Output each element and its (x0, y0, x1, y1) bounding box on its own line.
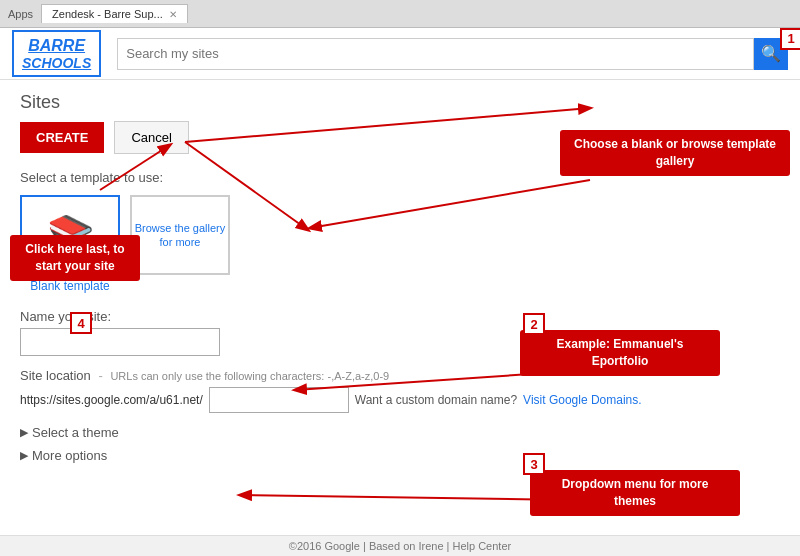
logo-line2: SCHOOLS (22, 55, 91, 72)
more-options-arrow-icon: ▶ (20, 449, 28, 462)
callout-1-box: Choose a blank or browse template galler… (560, 130, 790, 176)
callout-2-box: Example: Emmanuel's Eportfolio (520, 330, 720, 376)
browse-template-text: Browse the gallery for more (132, 221, 228, 250)
location-row: https://sites.google.com/a/u61.net/ Want… (20, 387, 780, 413)
theme-section: ▶ Select a theme (20, 425, 780, 440)
site-name-input[interactable] (20, 328, 220, 356)
tab-close-icon[interactable]: ✕ (169, 9, 177, 20)
badge-2: 2 (523, 313, 545, 335)
theme-arrow-icon: ▶ (20, 426, 28, 439)
tab-label: Zendesk - Barre Sup... (52, 8, 163, 20)
theme-label: Select a theme (32, 425, 119, 440)
browser-bar: Apps Zendesk - Barre Sup... ✕ (0, 0, 800, 28)
page-title: Sites (20, 92, 780, 113)
callout-4-text: Click here last, to start your site (25, 242, 124, 273)
callout-4-box: Click here last, to start your site (10, 235, 140, 281)
custom-domain-link[interactable]: Visit Google Domains. (523, 393, 642, 407)
callout-3-box: Dropdown menu for more themes (530, 470, 740, 516)
browse-template-card[interactable]: Browse the gallery for more (130, 195, 230, 275)
apps-label: Apps (8, 8, 33, 20)
logo-line1: BARRE (22, 36, 91, 55)
main-content: Sites CREATE Cancel Select a template to… (0, 80, 800, 540)
badge-3: 3 (523, 453, 545, 475)
blank-template-label[interactable]: Blank template (30, 279, 109, 293)
header: BARRE SCHOOLS 🔍 1 (0, 28, 800, 80)
location-input[interactable] (209, 387, 349, 413)
search-input[interactable] (117, 38, 754, 70)
more-options-row[interactable]: ▶ More options (20, 448, 780, 463)
location-hint: URLs can only use the following characte… (110, 370, 389, 382)
badge-4: 4 (70, 312, 92, 334)
logo[interactable]: BARRE SCHOOLS (12, 30, 101, 78)
more-options-label: More options (32, 448, 107, 463)
create-button[interactable]: CREATE (20, 122, 104, 153)
location-title: Site location (20, 368, 91, 383)
search-bar: 🔍 1 (117, 38, 788, 70)
name-field-label: Name your site: (20, 309, 780, 324)
cancel-button[interactable]: Cancel (114, 121, 188, 154)
badge-1: 1 (780, 28, 800, 50)
browser-tab[interactable]: Zendesk - Barre Sup... ✕ (41, 4, 188, 23)
footer: ©2016 Google | Based on Irene | Help Cen… (0, 535, 800, 556)
select-theme-row[interactable]: ▶ Select a theme (20, 425, 780, 440)
custom-domain-text: Want a custom domain name? (355, 393, 517, 407)
location-prefix: https://sites.google.com/a/u61.net/ (20, 393, 203, 407)
svg-line-2 (240, 495, 570, 500)
